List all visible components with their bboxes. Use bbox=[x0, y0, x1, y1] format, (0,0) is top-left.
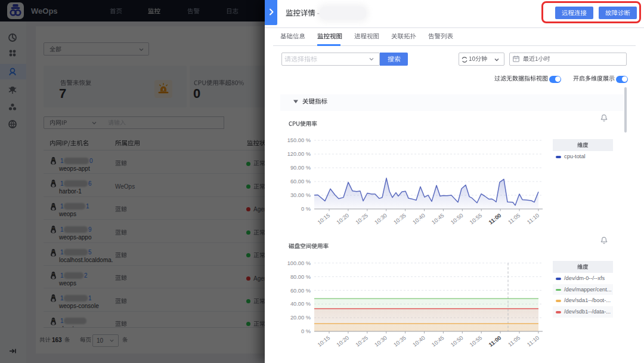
svg-text:7: 7 bbox=[515, 59, 517, 61]
